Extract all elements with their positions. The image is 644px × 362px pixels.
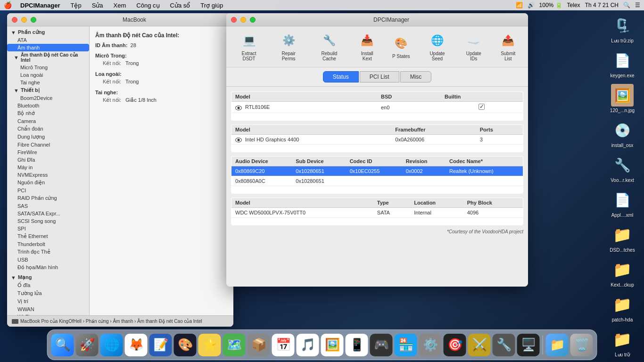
sidebar-item-thunderbolt[interactable]: Thunderbolt (7, 240, 89, 248)
sidebar-item-pci[interactable]: PCI (7, 187, 89, 194)
sidebar-item-tuong-lua[interactable]: Tường lửa (7, 289, 89, 297)
sidebar-item-chan-doan[interactable]: Chẩn đoán (7, 125, 89, 133)
sidebar-item-o-dia[interactable]: Ổ đĩa (7, 281, 89, 289)
desktop-icon-voodoo-kext[interactable]: 🔧 Voo...r.kext (605, 154, 639, 183)
dock-chrome[interactable]: 🦊 (125, 334, 148, 356)
sidebar-item-may-in[interactable]: Máy in (7, 164, 89, 171)
dock-safari[interactable]: 🌐 (100, 334, 123, 356)
desktop-icon-kext-folder[interactable]: 📁 Kext...ckup (605, 258, 639, 288)
dock-finder[interactable]: 🔍 (51, 334, 74, 356)
sidebar-item-trinh-doc-the[interactable]: Trình đọc Thẻ (7, 248, 89, 256)
desktop-icon-dsd-folder[interactable]: 📁 DSD...tches (605, 223, 639, 253)
sidebar-item-nvme[interactable]: NVMExpress (7, 171, 89, 179)
dock-monitor[interactable]: 🖥️ (517, 334, 540, 356)
view-menu[interactable]: Xem (112, 2, 128, 9)
desktop-icon-appl-xml[interactable]: 📄 Appl....xml (605, 189, 639, 218)
repair-perms-label: Repair Perms (274, 51, 303, 61)
apple-menu[interactable]: 🍎 (4, 1, 12, 9)
tab-pci-list[interactable]: PCI List (360, 71, 399, 82)
sidebar-item-ata[interactable]: ATA (7, 36, 89, 44)
sidebar-item-am-thanh[interactable]: Âm thanh (7, 44, 89, 51)
sysinfo-titlebar: MacBook (7, 13, 233, 26)
desktop-icon-keygen[interactable]: 📄 keygen.exe (605, 49, 639, 78)
sidebar-item-vi-tri[interactable]: Vị trí (7, 297, 89, 305)
dock-prefs[interactable]: ⚙️ (419, 334, 442, 356)
sidebar-item-micro-trong[interactable]: Micrô Trong (7, 64, 89, 71)
sidebar-section-hardware[interactable]: ▼ Phần cứng (7, 26, 89, 36)
extract-dsdt-button[interactable]: 💻 Extract DSDT (231, 30, 267, 63)
sidebar-item-spi[interactable]: SPI (7, 225, 89, 232)
sidebar-subsection-thiet-bi[interactable]: ▼ Thiết bị (7, 86, 89, 94)
install-kext-button[interactable]: 📥 Install Kext (352, 30, 382, 63)
sidebar-item-boom2device[interactable]: Boom2Device (7, 94, 89, 102)
sidebar-item-tai-nghe[interactable]: Tai nghe (7, 79, 89, 86)
appl-xml-label: Appl....xml (611, 213, 634, 218)
sidebar-item-camera[interactable]: Camera (7, 117, 89, 125)
dock-finder-folder[interactable]: 📁 (546, 334, 569, 356)
notification-icon[interactable]: ☰ (635, 2, 640, 8)
help-menu[interactable]: Trợ giúp (198, 2, 225, 9)
sidebar-item-dung-luong[interactable]: Dung lượng (7, 133, 89, 141)
desktop-icon-luu-tru[interactable]: 📁 Lưu trữ (605, 328, 639, 357)
dock-photos[interactable]: 🖼️ (321, 334, 344, 356)
sidebar-item-fibre[interactable]: Fibre Channel (7, 141, 89, 148)
dock-appstore[interactable]: 🏪 (395, 334, 417, 356)
dock-game[interactable]: 🎮 (370, 334, 393, 356)
sidebar-item-bluetooth[interactable]: Bluetooth (7, 102, 89, 109)
sidebar-item-the-ethernet[interactable]: Thẻ Ethernet (7, 232, 89, 240)
dock-itunes[interactable]: 🎵 (297, 334, 319, 356)
desktop-icon-patch-hda[interactable]: 📁 patch-hda (605, 293, 639, 322)
window-menu[interactable]: Cửa sổ (168, 2, 192, 9)
repair-perms-button[interactable]: ⚙️ Repair Perms (271, 30, 306, 63)
tools-menu[interactable]: Công cụ (134, 2, 161, 9)
dpci-close-button[interactable] (231, 17, 237, 23)
patch-hda-label: patch-hda (612, 317, 633, 322)
dock-tool2[interactable]: 🔧 (493, 334, 515, 356)
sidebar-item-sata[interactable]: SATA/SATA Expr... (7, 210, 89, 217)
dock-istat[interactable]: 🎯 (444, 334, 466, 356)
dock-maps[interactable]: 🗺️ (223, 334, 246, 356)
sidebar-item-wwan[interactable]: WWAN (7, 305, 89, 313)
sidebar-item-loa-ngoai[interactable]: Loa ngoài (7, 71, 89, 79)
sidebar-item-ghi-dia[interactable]: Ghi Đĩa (7, 156, 89, 164)
dock-sword[interactable]: ⚔️ (468, 334, 491, 356)
spotlight-icon[interactable]: 🔍 (623, 2, 630, 8)
tab-misc[interactable]: Misc (400, 71, 432, 82)
p-states-button[interactable]: 🎨 P States (386, 33, 416, 61)
dock-photoshop[interactable]: 🎨 (174, 334, 197, 356)
sidebar-section-mang[interactable]: ▼ Mạng (7, 272, 89, 281)
dock-calendar[interactable]: 📅 (272, 334, 295, 356)
dock-iphone[interactable]: 📱 (346, 334, 368, 356)
dpci-minimize-button[interactable] (240, 17, 246, 23)
dock-trash[interactable]: 🗑️ (570, 334, 593, 356)
update-seed-button[interactable]: 🌐 Update Seed (420, 30, 454, 63)
maximize-button[interactable] (31, 17, 36, 23)
sidebar-item-firewire[interactable]: FireWire (7, 148, 89, 156)
sysinfo-window: MacBook ▼ Phần cứng ATA Âm thanh ▼ Âm th… (7, 13, 233, 327)
dock-word[interactable]: 📝 (149, 334, 172, 356)
rebuild-cache-button[interactable]: 🔧 Rebuild Cache (310, 30, 348, 63)
desktop-icon-install-osx[interactable]: 💿 install_osx (605, 119, 639, 148)
dock-archive[interactable]: 📦 (248, 334, 270, 356)
minimize-button[interactable] (21, 17, 27, 23)
submit-list-button[interactable]: 📤 Submit List (493, 30, 523, 63)
dpci-maximize-button[interactable] (250, 17, 256, 23)
tab-status[interactable]: Status (323, 71, 359, 82)
update-ids-button[interactable]: ☁️ Update IDs (458, 30, 489, 63)
sidebar-subsection-intel-audio[interactable]: ▼ Âm thanh Độ nét Cao của Intel (7, 51, 89, 64)
desktop-icon-zip[interactable]: 🗜️ Lưu trữ.zip (605, 14, 639, 43)
edit-menu[interactable]: Sửa (90, 2, 105, 9)
close-button[interactable] (12, 17, 17, 23)
app-name-menu[interactable]: DPCIManager (18, 2, 62, 9)
sidebar-item-usb[interactable]: USB (7, 256, 89, 263)
sidebar-item-nguon-dien[interactable]: Nguồn điện (7, 179, 89, 187)
file-menu[interactable]: Tệp (69, 2, 83, 9)
sidebar-item-scsi[interactable]: SCSI Song song (7, 217, 89, 225)
sidebar-item-do-hoa[interactable]: Đồ họa/Màn hình (7, 263, 89, 272)
desktop-icon-jpg[interactable]: 🖼️ 120_...n.jpg (605, 84, 639, 113)
sidebar-item-bo-nho[interactable]: Bộ nhớ (7, 109, 89, 117)
dock-sticky[interactable]: ⭐ (198, 334, 221, 356)
sidebar-item-sas[interactable]: SAS (7, 202, 89, 210)
sidebar-item-raid[interactable]: RAID Phần cứng (7, 194, 89, 202)
dock-launchpad[interactable]: 🚀 (76, 334, 99, 356)
